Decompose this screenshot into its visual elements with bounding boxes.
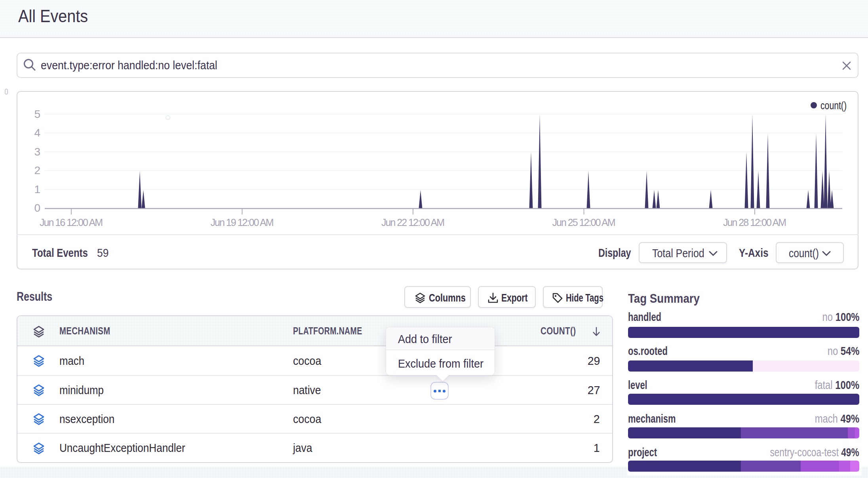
svg-text:1: 1 [34, 183, 40, 195]
svg-text:count(): count() [820, 100, 847, 112]
svg-text:4: 4 [34, 127, 40, 139]
svg-text:3: 3 [34, 146, 40, 158]
svg-text:5: 5 [34, 108, 40, 120]
svg-text:0: 0 [34, 202, 40, 214]
svg-text:Jun 22 12:00 AM: Jun 22 12:00 AM [381, 217, 445, 228]
svg-text:2: 2 [34, 164, 40, 176]
svg-text:Jun 19 12:00 AM: Jun 19 12:00 AM [211, 217, 274, 228]
svg-text:Jun 28 12:00 AM: Jun 28 12:00 AM [723, 217, 786, 228]
svg-text:Jun 16 12:00 AM: Jun 16 12:00 AM [40, 217, 103, 228]
svg-text:Jun 25 12:00 AM: Jun 25 12:00 AM [552, 217, 616, 228]
